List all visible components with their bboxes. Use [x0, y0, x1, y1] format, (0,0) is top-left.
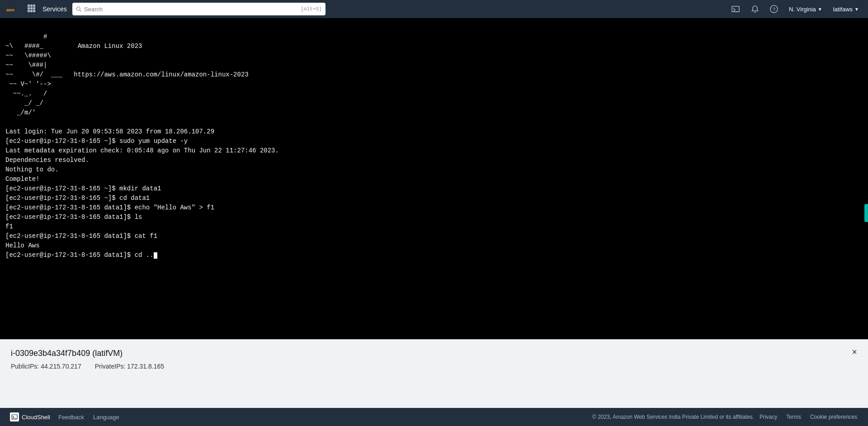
- svg-rect-4: [28, 7, 30, 9]
- terminal-ascii-art: # ~\ ####_ Amazon Linux 2023 ~~ \#####\ …: [5, 33, 279, 259]
- close-info-panel-button[interactable]: ×: [852, 347, 857, 357]
- bottom-bar: CloudShell Feedback Language © 2023, Ama…: [0, 408, 868, 426]
- notifications-icon[interactable]: [747, 3, 763, 15]
- svg-rect-6: [33, 7, 35, 9]
- language-link[interactable]: Language: [90, 414, 123, 421]
- region-label: N. Virginia: [789, 6, 816, 13]
- svg-rect-7: [28, 10, 30, 12]
- svg-text:?: ?: [773, 7, 775, 12]
- search-input[interactable]: [84, 6, 298, 13]
- user-label: latifaws: [833, 6, 853, 13]
- search-icon: [76, 6, 81, 12]
- region-chevron-icon: ▼: [818, 7, 822, 12]
- public-ip-value: 44.215.70.217: [41, 363, 81, 370]
- private-ip-label: PrivateIPs:: [95, 363, 126, 370]
- private-ip-section: PrivateIPs: 172.31.8.165: [95, 363, 164, 370]
- svg-text:aws: aws: [6, 7, 14, 12]
- private-ip-value: 172.31.8.165: [127, 363, 164, 370]
- public-ip-label: PublicIPs:: [11, 363, 39, 370]
- svg-rect-3: [33, 5, 35, 7]
- terminal-cursor: [154, 252, 157, 259]
- search-shortcut: [Alt+S]: [301, 6, 321, 12]
- svg-point-10: [76, 7, 80, 10]
- instance-title: i-0309e3b4a34f7b409 (latifVM): [11, 349, 857, 358]
- cloudshell-label: CloudShell: [22, 414, 50, 421]
- svg-line-11: [80, 10, 81, 11]
- aws-logo[interactable]: aws: [5, 1, 22, 17]
- privacy-link[interactable]: Privacy: [756, 414, 781, 420]
- instance-info-panel: × i-0309e3b4a34f7b409 (latifVM) PublicIP…: [0, 339, 868, 408]
- svg-rect-2: [30, 5, 33, 7]
- help-icon[interactable]: ?: [766, 3, 782, 15]
- cookie-preferences-link[interactable]: Cookie preferences: [807, 414, 861, 420]
- svg-rect-5: [30, 7, 33, 9]
- svg-rect-12: [732, 6, 739, 12]
- search-bar[interactable]: [Alt+S]: [72, 3, 326, 15]
- cloudshell-bottom-button[interactable]: CloudShell: [7, 412, 53, 421]
- terminal-output[interactable]: # ~\ ####_ Amazon Linux 2023 ~~ \#####\ …: [0, 18, 868, 339]
- user-chevron-icon: ▼: [854, 7, 859, 12]
- svg-rect-8: [30, 10, 33, 12]
- cloudshell-nav-icon[interactable]: [727, 3, 744, 15]
- region-selector[interactable]: N. Virginia ▼: [785, 6, 826, 13]
- copyright-text: © 2023, Amazon Web Services India Privat…: [592, 414, 754, 420]
- user-menu[interactable]: latifaws ▼: [830, 6, 863, 13]
- top-navigation: aws Services [Alt+S]: [0, 0, 868, 18]
- svg-rect-1: [28, 5, 30, 7]
- cloudshell-bottom-icon: [10, 412, 19, 421]
- svg-rect-9: [33, 10, 35, 12]
- feedback-link[interactable]: Feedback: [55, 414, 88, 421]
- terms-link[interactable]: Terms: [783, 414, 805, 420]
- public-ip-section: PublicIPs: 44.215.70.217: [11, 363, 81, 370]
- grid-icon[interactable]: [25, 2, 37, 16]
- side-handle[interactable]: [864, 204, 868, 222]
- instance-ips: PublicIPs: 44.215.70.217 PrivateIPs: 172…: [11, 363, 857, 370]
- services-menu[interactable]: Services: [41, 5, 69, 13]
